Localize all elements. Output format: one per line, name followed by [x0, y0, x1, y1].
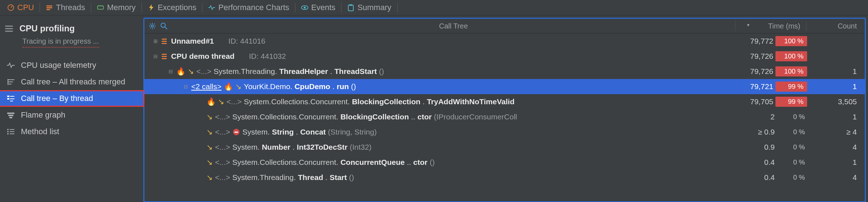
gear-icon[interactable]	[149, 22, 156, 30]
tab-divider	[91, 3, 91, 12]
hot-icon: 🔥	[176, 67, 185, 76]
pulse-icon	[6, 62, 16, 69]
namespace: System.	[242, 128, 270, 136]
cell-time: 0.9	[735, 143, 777, 152]
tab-label: CPU	[17, 3, 34, 12]
column-header-count[interactable]: Count	[806, 22, 865, 30]
tab-threads[interactable]: Threads	[41, 1, 90, 14]
column-header-time[interactable]: Time (ms)	[735, 22, 806, 30]
svg-point-33	[151, 25, 153, 27]
cell-count: 1	[810, 158, 865, 167]
tree-row[interactable]: 🔥↘<...> System.Collections.Concurrent.Bl…	[144, 94, 865, 109]
call-arrow-icon: ↘	[218, 97, 224, 106]
hot-icon: 🔥	[206, 97, 216, 106]
tab-divider	[295, 3, 295, 12]
cell-count: 3,505	[810, 97, 865, 106]
thread-id: ID: 441032	[249, 52, 286, 61]
tree-row-label: 🔥↘<...> System.Collections.Concurrent.Bl…	[146, 97, 734, 106]
method-name: ctor	[417, 113, 432, 121]
tree-row-label: ↘<...> System.String.Concat(String, Stri…	[146, 128, 735, 136]
type-name: Thread	[298, 173, 323, 182]
tree-row-label: ⊟ CPU demo threadID: 441032	[146, 52, 734, 61]
cell-percent: 100 %	[775, 36, 807, 46]
expand-icon[interactable]: ⊞	[152, 38, 159, 44]
tree-row[interactable]: ⊟<2 calls> 🔥↘ YourKit.Demo.CpuDemo.run()…	[144, 79, 865, 94]
tab-memory[interactable]: Memory	[92, 1, 140, 14]
thread-icon	[162, 54, 167, 59]
cell-time: 79,726	[734, 52, 775, 61]
tree-row[interactable]: ↘<...> System.Collections.Concurrent.Blo…	[144, 109, 865, 124]
tab-summary[interactable]: Summary	[342, 1, 396, 14]
cell-percent: 100 %	[775, 51, 807, 61]
svg-rect-13	[348, 5, 353, 11]
tab-cpu[interactable]: CPU	[2, 1, 39, 14]
type-name: BlockingCollection	[352, 97, 420, 106]
tree-row[interactable]: ↘<...> System.Threading.Thread.Start()0.…	[144, 170, 865, 185]
tab-label: Events	[311, 3, 335, 12]
namespace: System.Threading.	[214, 67, 277, 76]
tree-row-label: ↘<...> System.Threading.Thread.Start()	[146, 173, 735, 182]
list-icon	[6, 128, 16, 135]
cell-time: 79,721	[734, 82, 775, 91]
cell-count: 4	[810, 143, 865, 152]
collapsed-namespace: <...>	[215, 128, 230, 136]
nav-label: Method list	[21, 127, 59, 136]
tree-row[interactable]: ↘<...> System.String.Concat(String, Stri…	[144, 124, 865, 140]
nav-cpu-telemetry[interactable]: CPU usage telemetry	[0, 57, 143, 74]
tree-row[interactable]: ⊟ CPU demo threadID: 44103279,726100 %	[144, 49, 865, 64]
type-name: ThreadHelper	[279, 67, 328, 76]
cell-time: 79,705	[734, 97, 775, 106]
collapse-icon[interactable]: ⊟	[183, 84, 189, 89]
collapse-icon[interactable]: ⊟	[152, 53, 159, 59]
nav-method-list[interactable]: Method list	[0, 123, 143, 140]
nav-call-tree-by-thread[interactable]: Call tree – By thread	[0, 90, 144, 107]
type-name: Number	[262, 143, 290, 152]
cell-time: ≥ 0.9	[735, 128, 777, 136]
tab-divider	[202, 3, 202, 12]
method-name: Start	[330, 173, 347, 182]
collapsed-namespace: <...>	[196, 67, 211, 76]
namespace: System.Collections.Concurrent.	[244, 97, 350, 106]
method-signature: (String, String)	[328, 128, 377, 136]
cell-percent: 0 %	[777, 174, 810, 181]
method-signature: ()	[349, 173, 354, 182]
tab-exceptions[interactable]: Exceptions	[143, 1, 202, 14]
thread-icon	[162, 39, 167, 44]
tab-events[interactable]: Events	[296, 1, 340, 14]
svg-rect-26	[9, 117, 12, 118]
tab-perf-charts[interactable]: Performance Charts	[203, 1, 294, 14]
search-icon[interactable]	[160, 22, 167, 30]
collapsed-namespace: <...>	[227, 97, 242, 106]
tab-label: Threads	[56, 3, 85, 12]
cell-percent: 0 %	[777, 128, 810, 136]
cell-count: ≥ 4	[810, 128, 865, 136]
tree-row[interactable]: ↘<...> System.Collections.Concurrent.Con…	[144, 155, 865, 170]
tree-row-label: ⊟🔥↘<...> System.Threading.ThreadHelper.T…	[146, 67, 734, 76]
tree-row[interactable]: ↘<...> System.Number.Int32ToDecStr(Int32…	[144, 140, 865, 155]
method-name: ThreadStart	[335, 67, 377, 76]
stop-icon	[233, 129, 240, 135]
collapse-icon[interactable]: ⊟	[167, 69, 174, 74]
svg-line-43	[165, 27, 167, 29]
calls-link[interactable]: <2 calls>	[191, 82, 222, 91]
tab-label: Performance Charts	[218, 3, 289, 12]
cell-time: 0.4	[735, 173, 777, 182]
nav-flame-graph[interactable]: Flame graph	[0, 107, 143, 123]
clipboard-icon	[347, 4, 354, 11]
call-tree: ⊞ Unnamed#1ID: 44101679,772100 %⊟ CPU de…	[144, 34, 865, 201]
svg-marker-10	[149, 4, 153, 11]
svg-line-38	[150, 24, 151, 25]
tree-row[interactable]: ⊞ Unnamed#1ID: 44101679,772100 %	[144, 34, 865, 49]
cell-percent: 100 %	[775, 66, 807, 76]
menu-icon[interactable]	[5, 26, 13, 32]
memory-icon	[97, 4, 104, 11]
tree-row-label: ⊟<2 calls> 🔥↘ YourKit.Demo.CpuDemo.run()	[146, 82, 734, 91]
thread-id: ID: 441016	[228, 37, 265, 45]
namespace: System.Collections.Concurrent.	[232, 113, 338, 121]
namespace: System.Threading.	[232, 173, 296, 182]
svg-line-41	[154, 24, 155, 25]
nav-call-tree-merged[interactable]: Call tree – All threads merged	[0, 74, 143, 90]
svg-rect-2	[46, 5, 52, 6]
gauge-icon	[7, 4, 14, 11]
tree-row[interactable]: ⊟🔥↘<...> System.Threading.ThreadHelper.T…	[144, 64, 865, 79]
